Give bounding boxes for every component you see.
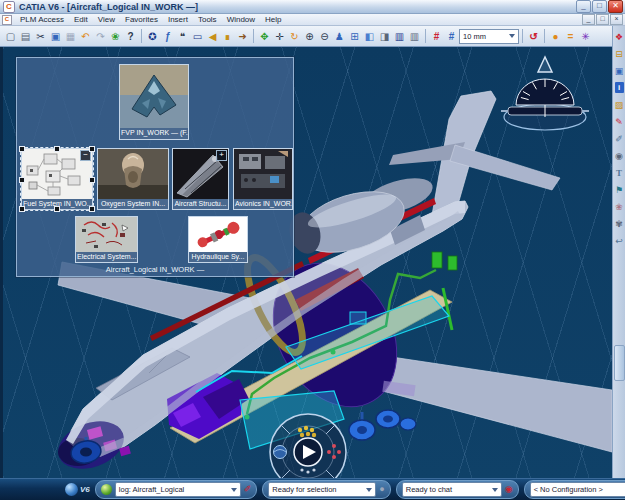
fit-all-icon[interactable]: ✥ — [257, 28, 272, 44]
expand-badge[interactable]: + — [216, 150, 227, 161]
child-close-button[interactable]: × — [610, 14, 623, 25]
session-dropdown[interactable]: log: Aircraft_Logical — [115, 482, 241, 497]
sketch-icon[interactable]: ✎ — [613, 113, 625, 130]
chat-dropdown[interactable]: Ready to chat — [402, 482, 502, 497]
window-title: CATIA V6 - [Aircraft_Logical IN_WORK —] — [19, 2, 198, 12]
thumbnail-fuel-system[interactable]: − Fuel System IN_WO... — [21, 148, 93, 210]
robot-compass-icon[interactable]: ❖ — [613, 28, 625, 45]
print-icon[interactable]: ▤ — [18, 28, 33, 44]
named-views-icon[interactable]: ◨ — [377, 28, 392, 44]
thumbnail-aircraft-structure[interactable]: + Aircraft Structu... — [172, 148, 229, 210]
flag-icon[interactable]: ⚑ — [613, 181, 625, 198]
return-icon[interactable]: ↩ — [613, 232, 625, 249]
toolbar-separator — [522, 29, 523, 43]
chevron-down-icon — [509, 34, 515, 41]
menu-plm-access[interactable]: PLM Access — [15, 15, 69, 24]
menu-edit[interactable]: Edit — [69, 15, 93, 24]
settings-icon[interactable]: ✾ — [613, 215, 625, 232]
thumbnail-label: Electrical System... — [76, 252, 137, 262]
chevron-down-icon — [366, 488, 372, 495]
lock-icon[interactable]: ∎ — [220, 28, 235, 44]
sound-icon[interactable]: ◀ — [205, 28, 220, 44]
restore-button[interactable]: □ — [592, 0, 607, 13]
multi-view-icon[interactable]: ⊞ — [347, 28, 362, 44]
menu-favorites[interactable]: Favorites — [120, 15, 163, 24]
session-value: log: Aircraft_Logical — [119, 485, 184, 494]
session-group: log: Aircraft_Logical ✐ — [95, 480, 258, 499]
connection-icon[interactable]: ◉ — [505, 484, 513, 495]
links-icon[interactable]: = — [563, 28, 578, 44]
edit-mode-icon[interactable]: ✐ — [244, 484, 252, 495]
side-toolbar-drag-handle[interactable] — [614, 345, 625, 381]
left-quadrant-icon — [274, 446, 287, 459]
paint-icon[interactable]: ▨ — [613, 96, 625, 113]
new-document-icon[interactable]: ▢ — [3, 28, 18, 44]
robot-compass[interactable] — [501, 57, 589, 130]
thumbnail-label: Oxygen System IN... — [98, 199, 168, 209]
catia-window: C CATIA V6 - [Aircraft_Logical IN_WORK —… — [0, 0, 625, 500]
configuration-dropdown[interactable]: < No Configuration > — [530, 482, 625, 497]
thumbnail-hydraulic-system[interactable]: Hydraulique Sy... — [188, 216, 248, 263]
formula-icon[interactable]: ƒ — [160, 28, 175, 44]
pan-icon[interactable]: ✛ — [272, 28, 287, 44]
menu-view[interactable]: View — [93, 15, 120, 24]
snap-icon[interactable]: # — [444, 28, 459, 44]
paste-icon[interactable]: ▦ — [63, 28, 78, 44]
local-update-icon[interactable]: ❀ — [108, 28, 123, 44]
selection-dropdown[interactable]: Ready for selection — [268, 482, 376, 497]
screen-icon[interactable]: ▭ — [190, 28, 205, 44]
close-button[interactable]: ✕ — [608, 0, 623, 13]
thumbnail-electrical-system[interactable]: Electrical System... — [75, 216, 138, 263]
exit-icon[interactable]: ➜ — [235, 28, 250, 44]
zoom-out-icon[interactable]: ⊖ — [317, 28, 332, 44]
propagate-update-icon[interactable]: ↺ — [526, 28, 541, 44]
child-restore-button[interactable]: □ — [596, 14, 609, 25]
thumbnail-fvp[interactable]: FVP IN_WORK — (F... — [119, 64, 189, 140]
measure-icon[interactable]: ✐ — [613, 130, 625, 147]
main-toolbar: ▢ ▤ ✂ ▣ ▦ ↶ ↷ ❀ ? ✪ ƒ ❝ ▭ ◀ ∎ ➜ ✥ ✛ ↻ ⊕ … — [0, 26, 612, 47]
app-icon: C — [3, 1, 15, 13]
window-icon[interactable]: ▣ — [613, 62, 625, 79]
zoom-in-icon[interactable]: ⊕ — [302, 28, 317, 44]
menu-help[interactable]: Help — [260, 15, 286, 24]
undo-icon[interactable]: ↶ — [78, 28, 93, 44]
grid-size-dropdown[interactable]: 10 mm — [459, 29, 519, 44]
iso-view-icon[interactable]: ◧ — [362, 28, 377, 44]
copy-icon[interactable]: ▣ — [48, 28, 63, 44]
title-bar: C CATIA V6 - [Aircraft_Logical IN_WORK —… — [0, 0, 625, 14]
thumbnail-avionics[interactable]: Avionics IN_WOR... — [233, 148, 293, 210]
effects-icon[interactable]: ✳ — [578, 28, 593, 44]
learning-icon[interactable]: ✪ — [145, 28, 160, 44]
status-bar: V6 log: Aircraft_Logical ✐ Ready for sel… — [0, 478, 625, 500]
world-orb-icon[interactable] — [101, 484, 112, 495]
info-icon[interactable]: i — [613, 79, 625, 96]
catalog-icon[interactable]: ⊟ — [613, 45, 625, 62]
toolbar-separator — [141, 29, 142, 43]
rotate-icon[interactable]: ↻ — [287, 28, 302, 44]
redo-icon[interactable]: ↷ — [93, 28, 108, 44]
oxygen-thumbnail-image — [98, 149, 168, 199]
whats-this-icon[interactable]: ? — [123, 28, 138, 44]
v6-logo: V6 — [65, 483, 90, 496]
child-minimize-button[interactable]: _ — [582, 14, 595, 25]
fly-mode-icon[interactable]: ♟ — [332, 28, 347, 44]
comment-icon[interactable]: ❝ — [175, 28, 190, 44]
render-style-icon[interactable]: ▥ — [407, 28, 422, 44]
flower-icon[interactable]: ❀ — [613, 198, 625, 215]
thumbnail-oxygen-system[interactable]: Oxygen System IN... — [97, 148, 169, 210]
cut-icon[interactable]: ✂ — [33, 28, 48, 44]
menu-tools[interactable]: Tools — [193, 15, 222, 24]
text-icon[interactable]: T — [613, 164, 625, 181]
thumbnail-label: FVP IN_WORK — (F... — [120, 128, 188, 138]
minimize-button[interactable]: _ — [576, 0, 591, 13]
view-mode-icon[interactable]: ▥ — [392, 28, 407, 44]
chat-group: Ready to chat ◉ — [396, 480, 519, 499]
capture-icon[interactable]: ◉ — [613, 147, 625, 164]
user-icon[interactable]: ● — [379, 484, 384, 495]
highlight-icon[interactable]: ● — [548, 28, 563, 44]
3d-viewport[interactable]: FVP IN_WORK — (F... − Fuel System IN_WO.… — [3, 47, 612, 478]
child-window-icon[interactable]: C — [2, 15, 12, 25]
menu-window[interactable]: Window — [222, 15, 260, 24]
menu-insert[interactable]: Insert — [163, 15, 193, 24]
grid-icon[interactable]: # — [429, 28, 444, 44]
